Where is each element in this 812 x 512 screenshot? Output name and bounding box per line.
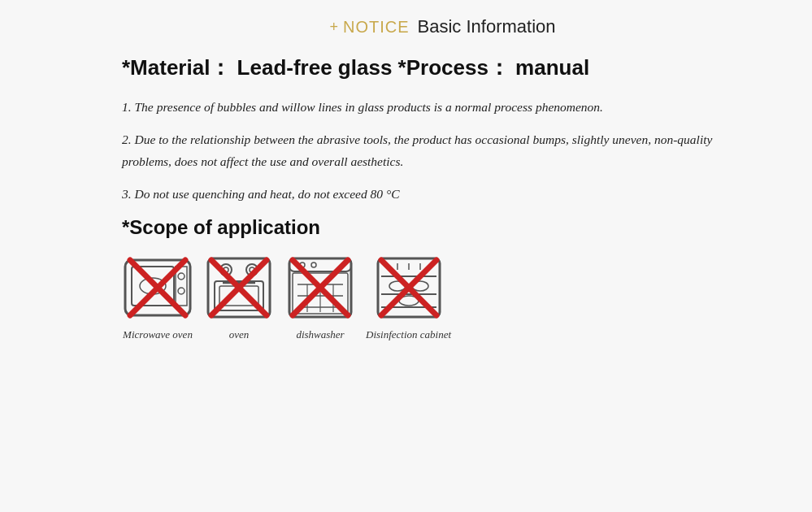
plus-sign: + bbox=[329, 19, 338, 36]
note-item-2: 2. Due to the relationship between the a… bbox=[122, 129, 763, 172]
microwave-icon-box bbox=[122, 252, 193, 323]
page-container: + NOTICE Basic Information *Material： Le… bbox=[0, 0, 812, 512]
dishwasher-svg bbox=[284, 252, 356, 323]
oven-icon-box bbox=[203, 252, 275, 323]
disinfection-label: Disinfection cabinet bbox=[366, 328, 451, 341]
svg-rect-2 bbox=[176, 267, 187, 306]
header-row: + NOTICE Basic Information bbox=[122, 16, 763, 37]
dishwasher-icon-box bbox=[284, 252, 356, 323]
disinfection-svg bbox=[373, 252, 445, 323]
icon-microwave: Microwave oven bbox=[122, 252, 193, 341]
microwave-svg bbox=[122, 252, 193, 323]
microwave-label: Microwave oven bbox=[123, 328, 193, 341]
disinfection-icon-box bbox=[373, 252, 445, 323]
icon-dishwasher: dishwasher bbox=[284, 252, 356, 341]
icon-oven: oven bbox=[203, 252, 275, 341]
dishwasher-label: dishwasher bbox=[296, 328, 344, 341]
icon-disinfection: Disinfection cabinet bbox=[366, 252, 451, 341]
icons-row: Microwave oven bbox=[122, 252, 763, 341]
oven-label: oven bbox=[229, 328, 250, 341]
notice-label: NOTICE bbox=[343, 18, 410, 37]
svg-point-21 bbox=[311, 263, 316, 267]
svg-point-4 bbox=[178, 288, 185, 294]
scope-title: *Scope of application bbox=[122, 216, 763, 239]
basic-info-title: Basic Information bbox=[418, 16, 556, 37]
note-item-1: 1. The presence of bubbles and willow li… bbox=[122, 97, 763, 118]
oven-svg bbox=[203, 252, 275, 323]
svg-point-3 bbox=[178, 273, 185, 280]
material-line: *Material： Lead-free glass *Process： man… bbox=[122, 54, 763, 82]
note-item-3: 3. Do not use quenching and heat, do not… bbox=[122, 184, 763, 205]
notes-section: 1. The presence of bubbles and willow li… bbox=[122, 97, 763, 205]
